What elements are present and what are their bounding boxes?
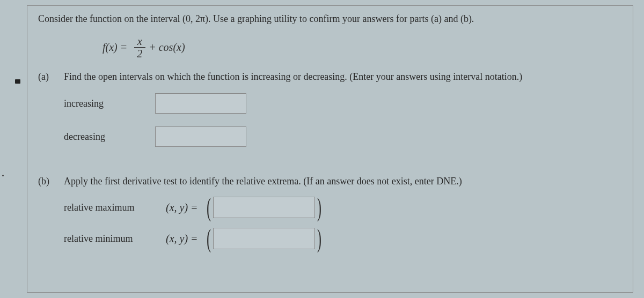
intro-text: Consider the function on the interval (0… [38,13,622,25]
part-a: (a) Find the open intervals on which the… [38,71,622,160]
fraction-denominator: 2 [134,48,145,59]
function-formula: f(x) = x 2 + cos(x) [103,35,622,59]
close-paren-icon: ) [317,228,321,249]
increasing-input[interactable] [155,93,246,114]
part-b-label: (b) [38,176,64,259]
relmin-input[interactable] [213,228,315,249]
part-a-body: Find the open intervals on which the fun… [64,71,622,160]
increasing-label: increasing [64,98,155,109]
relmax-label: relative maximum [64,202,166,213]
open-paren-icon: ( [207,197,211,218]
fraction-numerator: x [134,35,145,48]
side-marker [15,79,20,84]
decreasing-input[interactable] [155,126,246,147]
formula-lhs: f(x) = [103,41,127,54]
relmax-row: relative maximum (x, y) = ( ) [64,197,622,218]
decreasing-label: decreasing [64,131,155,143]
relmax-input[interactable] [213,197,315,218]
question-container: Consider the function on the interval (0… [27,5,633,293]
close-paren-icon: ) [317,197,321,218]
side-dot [2,175,4,176]
relmax-xy: (x, y) = [166,202,198,214]
part-b: (b) Apply the first derivative test to i… [38,176,622,259]
increasing-row: increasing [64,93,622,114]
open-paren-icon: ( [207,228,211,249]
relmin-label: relative minimum [64,233,166,244]
relmin-xy: (x, y) = [166,233,198,245]
formula-rest: + cos(x) [149,41,185,54]
decreasing-row: decreasing [64,126,622,147]
relmin-row: relative minimum (x, y) = ( ) [64,228,622,249]
part-b-prompt: Apply the first derivative test to ident… [64,176,622,187]
part-a-prompt: Find the open intervals on which the fun… [64,71,622,83]
part-a-label: (a) [38,71,64,160]
part-b-body: Apply the first derivative test to ident… [64,176,622,259]
fraction: x 2 [134,35,145,59]
